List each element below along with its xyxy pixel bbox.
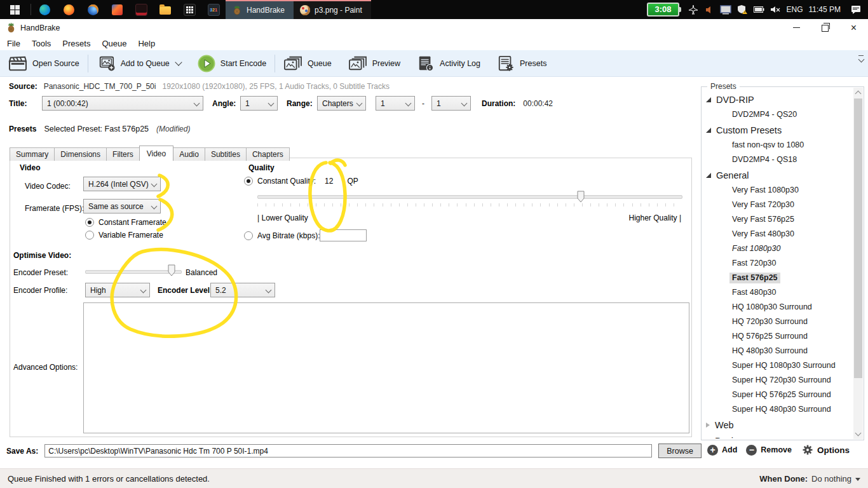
variable-framerate-radio[interactable] xyxy=(85,231,94,240)
preset-item-dvd2mp4-qs18[interactable]: DVD2MP4 - QS18 xyxy=(702,152,853,167)
start-button[interactable] xyxy=(0,0,29,19)
preset-group-dvd-rip[interactable]: DVD-RIP xyxy=(702,92,853,107)
action-center-icon[interactable] xyxy=(850,4,862,15)
constant-framerate-radio[interactable] xyxy=(85,218,94,227)
menu-help[interactable]: Help xyxy=(132,37,161,50)
when-done-dropdown[interactable]: When Done: Do nothing xyxy=(759,474,860,484)
security-warning-icon[interactable] xyxy=(737,4,748,15)
preset-group-web[interactable]: Web xyxy=(702,417,853,433)
tab-filters[interactable]: Filters xyxy=(106,147,140,161)
browse-button[interactable]: Browse xyxy=(658,444,702,458)
taskbar-firefox-icon[interactable] xyxy=(57,0,81,19)
angle-dropdown[interactable]: 1 xyxy=(240,96,278,111)
encoder-preset-slider-handle[interactable] xyxy=(168,264,175,276)
preset-item-hq-480p30-surround[interactable]: HQ 480p30 Surround xyxy=(702,344,853,358)
scrollbar-thumb[interactable] xyxy=(854,98,862,378)
tab-dimensions[interactable]: Dimensions xyxy=(54,147,107,161)
range-from-dropdown[interactable]: 1 xyxy=(376,96,415,111)
encoder-profile-dropdown[interactable]: High xyxy=(85,283,150,297)
collapse-arrow-icon[interactable] xyxy=(706,97,711,102)
language-indicator[interactable]: ENG xyxy=(787,5,803,14)
range-to-dropdown[interactable]: 1 xyxy=(431,96,471,111)
preset-item-fast-720p30[interactable]: Fast 720p30 xyxy=(702,256,853,271)
scroll-up-button[interactable] xyxy=(853,88,863,98)
tab-subtitles[interactable]: Subtitles xyxy=(205,147,247,161)
minimize-button[interactable] xyxy=(782,19,811,36)
menu-file[interactable]: File xyxy=(1,37,26,50)
encoder-level-dropdown[interactable]: 5.2 xyxy=(210,283,275,297)
avg-bitrate-input[interactable] xyxy=(320,229,367,241)
preset-group-general[interactable]: General xyxy=(702,167,853,183)
taskbar-handbrake-button[interactable]: HandBrake xyxy=(226,0,294,19)
mute-speaker-icon[interactable] xyxy=(770,5,781,14)
taskbar-edge-icon[interactable] xyxy=(32,0,57,19)
preset-item-hq-720p30-surround[interactable]: HQ 720p30 Surround xyxy=(702,315,853,329)
quality-slider-track[interactable] xyxy=(257,195,682,199)
preset-item-super-hq-480p30-surround[interactable]: Super HQ 480p30 Surround xyxy=(702,402,853,417)
preset-item-super-hq-720p30-surround[interactable]: Super HQ 720p30 Surround xyxy=(702,373,853,388)
preset-item-very-fast-720p30[interactable]: Very Fast 720p30 xyxy=(702,198,853,212)
menu-tools[interactable]: Tools xyxy=(26,37,57,50)
advanced-options-input[interactable] xyxy=(83,302,689,433)
toolbar-overflow-button[interactable] xyxy=(857,55,865,62)
menu-queue[interactable]: Queue xyxy=(96,37,132,50)
tab-chapters[interactable]: Chapters xyxy=(246,147,290,161)
save-as-input[interactable] xyxy=(44,444,652,458)
preview-button[interactable]: Preview xyxy=(340,50,409,76)
avg-bitrate-radio[interactable] xyxy=(244,231,253,240)
preset-item-fast-1080p30[interactable]: Fast 1080p30 xyxy=(702,241,853,256)
restore-button[interactable] xyxy=(811,19,839,36)
open-source-button[interactable]: Open Source xyxy=(0,50,88,76)
taskbar-media-app-icon[interactable] xyxy=(129,0,153,19)
add-to-queue-dropdown-icon[interactable] xyxy=(175,58,182,65)
close-button[interactable]: × xyxy=(839,19,868,36)
taskbar-calculator-icon[interactable] xyxy=(177,0,201,19)
preset-item-fast-non-qsv-to-1080[interactable]: fast non-qsv to 1080 xyxy=(702,138,853,152)
activity-log-button[interactable]: Activity Log xyxy=(409,50,489,76)
preset-item-very-fast-1080p30[interactable]: Very Fast 1080p30 xyxy=(702,183,853,198)
add-preset-button[interactable]: + Add xyxy=(707,445,737,456)
taskbar-paint-button[interactable]: p3.png - Paint xyxy=(294,0,371,19)
battery-icon[interactable] xyxy=(754,6,764,13)
preset-item-hq-576p25-surround[interactable]: HQ 576p25 Surround xyxy=(702,329,853,344)
quality-slider-handle[interactable] xyxy=(577,191,585,203)
airplane-mode-icon[interactable] xyxy=(688,4,699,15)
tab-summary[interactable]: Summary xyxy=(10,147,55,161)
constant-quality-radio[interactable] xyxy=(244,177,253,186)
framerate-dropdown[interactable]: Same as source xyxy=(83,199,161,214)
start-encode-button[interactable]: Start Encode xyxy=(189,50,275,76)
preset-options-button[interactable]: Options xyxy=(802,444,850,456)
preset-item-dvd2mp4-qs20[interactable]: DVD2MP4 - QS20 xyxy=(702,107,853,122)
volume-icon[interactable] xyxy=(705,5,714,15)
clock[interactable]: 11:45 PM xyxy=(809,5,841,14)
expand-arrow-icon[interactable] xyxy=(706,423,710,428)
add-to-queue-button[interactable]: Add to Queue xyxy=(88,50,189,76)
taskbar-file-explorer-icon[interactable] xyxy=(153,0,177,19)
queue-button[interactable]: Queue xyxy=(275,50,340,76)
preset-item-hq-1080p30-surround[interactable]: HQ 1080p30 Surround xyxy=(702,300,853,315)
preset-item-very-fast-480p30[interactable]: Very Fast 480p30 xyxy=(702,227,853,241)
collapse-arrow-icon[interactable] xyxy=(706,128,711,133)
remove-preset-button[interactable]: − Remove xyxy=(746,445,792,456)
video-codec-dropdown[interactable]: H.264 (Intel QSV) xyxy=(83,177,161,191)
taskbar-firefox-old-icon[interactable] xyxy=(81,0,105,19)
presets-scrollbar[interactable] xyxy=(853,88,863,439)
display-icon[interactable] xyxy=(720,5,731,15)
preset-group-devices[interactable]: Devices xyxy=(702,433,853,438)
taskbar-app-icon[interactable] xyxy=(105,0,129,19)
taskbar-mpc-icon[interactable]: 321 xyxy=(201,0,226,19)
tab-audio[interactable]: Audio xyxy=(173,147,205,161)
battery-time-widget[interactable]: 3:08 xyxy=(647,3,679,17)
scroll-down-button[interactable] xyxy=(853,429,863,439)
title-dropdown[interactable]: 1 (00:00:42) xyxy=(42,96,203,111)
preset-group-custom-presets[interactable]: Custom Presets xyxy=(702,122,853,138)
preset-item-super-hq-576p25-surround[interactable]: Super HQ 576p25 Surround xyxy=(702,388,853,402)
menu-presets[interactable]: Presets xyxy=(57,37,96,50)
preset-item-very-fast-576p25[interactable]: Very Fast 576p25 xyxy=(702,212,853,227)
collapse-arrow-icon[interactable] xyxy=(706,173,711,178)
range-type-dropdown[interactable]: Chapters xyxy=(317,96,366,111)
presets-toolbar-button[interactable]: Presets xyxy=(489,50,555,76)
preset-item-fast-576p25[interactable]: Fast 576p25 xyxy=(702,271,853,285)
tab-video[interactable]: Video xyxy=(139,146,173,161)
preset-item-fast-480p30[interactable]: Fast 480p30 xyxy=(702,285,853,300)
